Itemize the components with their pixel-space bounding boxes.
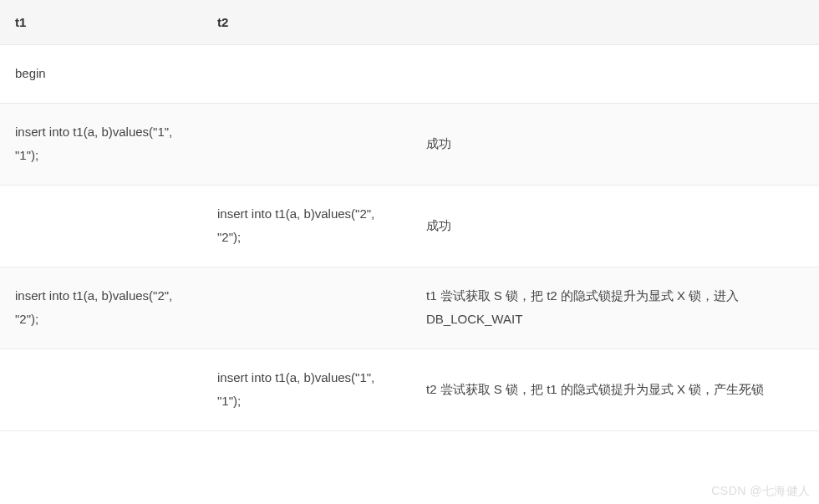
cell-t1 bbox=[0, 185, 202, 267]
cell-t2 bbox=[202, 45, 411, 104]
cell-result: t1 尝试获取 S 锁，把 t2 的隐式锁提升为显式 X 锁，进入 DB_LOC… bbox=[411, 267, 819, 349]
table-row: insert into t1(a, b)values("2", "2"); t1… bbox=[0, 267, 819, 349]
cell-t2: insert into t1(a, b)values("2", "2"); bbox=[202, 185, 411, 267]
watermark: CSDN @七海健人 bbox=[711, 484, 811, 499]
cell-result: 成功 bbox=[411, 185, 819, 267]
table-row: insert into t1(a, b)values("2", "2"); 成功 bbox=[0, 185, 819, 267]
header-result bbox=[411, 0, 819, 45]
header-t1: t1 bbox=[0, 0, 202, 45]
table: t1 t2 begin insert into t1(a, b)values("… bbox=[0, 0, 819, 431]
cell-t1 bbox=[0, 349, 202, 430]
header-t2: t2 bbox=[202, 0, 411, 45]
table-header-row: t1 t2 bbox=[0, 0, 819, 45]
cell-t2: insert into t1(a, b)values("1", "1"); bbox=[202, 349, 411, 430]
cell-t1: insert into t1(a, b)values("1", "1"); bbox=[0, 103, 202, 185]
cell-t2 bbox=[202, 103, 411, 185]
lock-sequence-table: t1 t2 begin insert into t1(a, b)values("… bbox=[0, 0, 819, 431]
cell-result bbox=[411, 45, 819, 104]
cell-t2 bbox=[202, 267, 411, 349]
table-row: begin bbox=[0, 45, 819, 104]
table-row: insert into t1(a, b)values("1", "1"); t2… bbox=[0, 349, 819, 430]
cell-t1: insert into t1(a, b)values("2", "2"); bbox=[0, 267, 202, 349]
table-row: insert into t1(a, b)values("1", "1"); 成功 bbox=[0, 103, 819, 185]
cell-result: 成功 bbox=[411, 103, 819, 185]
cell-result: t2 尝试获取 S 锁，把 t1 的隐式锁提升为显式 X 锁，产生死锁 bbox=[411, 349, 819, 430]
cell-t1: begin bbox=[0, 45, 202, 104]
